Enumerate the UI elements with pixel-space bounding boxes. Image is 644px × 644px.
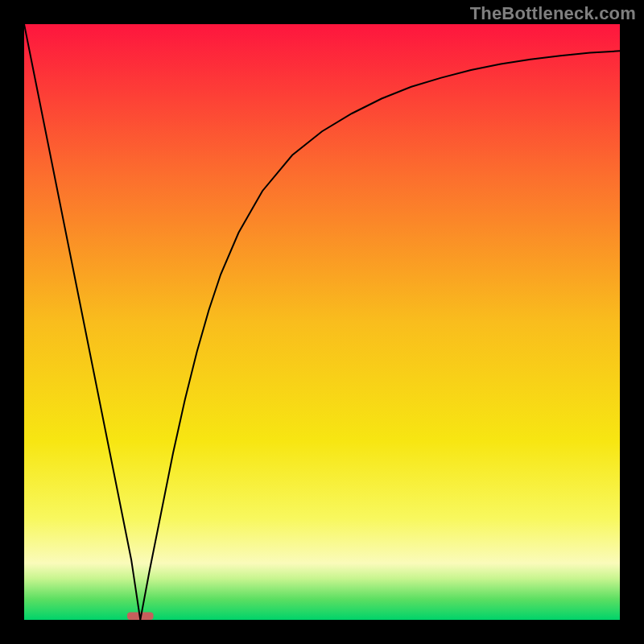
gradient-background bbox=[24, 24, 620, 620]
chart-frame: TheBottleneck.com bbox=[0, 0, 644, 644]
chart-svg bbox=[24, 24, 620, 620]
plot-area bbox=[24, 24, 620, 620]
attribution-text: TheBottleneck.com bbox=[470, 3, 636, 24]
